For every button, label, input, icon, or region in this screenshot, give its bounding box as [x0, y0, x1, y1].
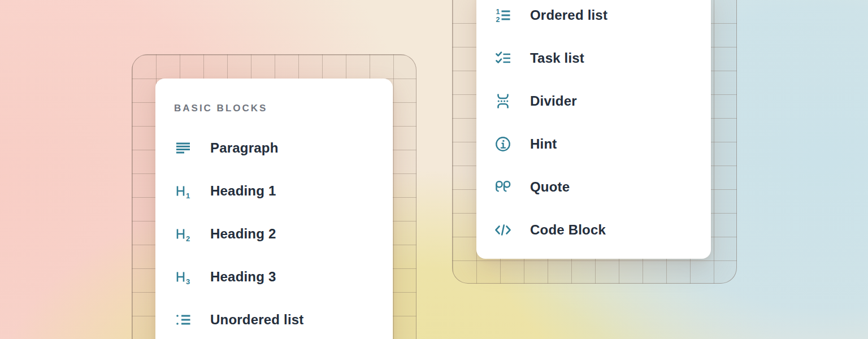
- illustration-canvas: BASIC BLOCKS Paragraph 1 Heading 1: [0, 0, 868, 339]
- menu-item-label: Paragraph: [210, 140, 279, 156]
- task-list-icon: [494, 49, 512, 67]
- svg-text:2: 2: [496, 16, 500, 24]
- menu-item-paragraph[interactable]: Paragraph: [155, 127, 393, 169]
- section-label: BASIC BLOCKS: [174, 103, 393, 113]
- svg-text:2: 2: [186, 234, 190, 243]
- unordered-list-icon: [174, 311, 192, 329]
- paragraph-icon: [174, 139, 192, 157]
- menu-item-label: Task list: [530, 50, 584, 66]
- menu-item-label: Heading 3: [210, 269, 276, 285]
- svg-text:1: 1: [496, 8, 500, 16]
- menu-item-task-list[interactable]: Task list: [476, 37, 711, 80]
- hint-icon: [494, 135, 512, 153]
- menu-item-ordered-list[interactable]: 1 2 Ordered list: [476, 0, 711, 37]
- menu-item-label: Ordered list: [530, 7, 607, 23]
- menu-item-divider[interactable]: Divider: [476, 80, 711, 123]
- code-block-icon: [494, 221, 512, 239]
- menu-item-heading-1[interactable]: 1 Heading 1: [155, 169, 393, 212]
- menu-item-label: Heading 1: [210, 183, 276, 199]
- menu-items-list: Paragraph 1 Heading 1 2: [155, 127, 393, 339]
- quote-icon: [494, 178, 512, 196]
- basic-blocks-menu: BASIC BLOCKS Paragraph 1 Heading 1: [155, 79, 393, 339]
- menu-item-label: Unordered list: [210, 312, 304, 328]
- svg-text:3: 3: [186, 277, 190, 286]
- menu-item-heading-3[interactable]: 3 Heading 3: [155, 255, 393, 298]
- svg-text:1: 1: [186, 192, 190, 200]
- menu-item-heading-2[interactable]: 2 Heading 2: [155, 212, 393, 255]
- heading-2-icon: 2: [174, 225, 192, 243]
- menu-item-label: Code Block: [530, 222, 606, 238]
- menu-item-quote[interactable]: Quote: [476, 166, 711, 208]
- menu-item-label: Divider: [530, 93, 577, 109]
- heading-1-icon: 1: [174, 182, 192, 200]
- menu-item-unordered-list[interactable]: Unordered list: [155, 298, 393, 339]
- ordered-list-icon: 1 2: [494, 6, 512, 24]
- menu-item-label: Hint: [530, 136, 557, 152]
- menu-item-hint[interactable]: Hint: [476, 123, 711, 166]
- menu-item-label: Heading 2: [210, 226, 276, 242]
- menu-item-code-block[interactable]: Code Block: [476, 208, 711, 251]
- menu-item-label: Quote: [530, 179, 570, 195]
- divider-icon: [494, 92, 512, 110]
- heading-3-icon: 3: [174, 268, 192, 286]
- blocks-menu-continued: 1 2 Ordered list Task list: [476, 0, 711, 259]
- menu-items-list: 1 2 Ordered list Task list: [476, 0, 711, 251]
